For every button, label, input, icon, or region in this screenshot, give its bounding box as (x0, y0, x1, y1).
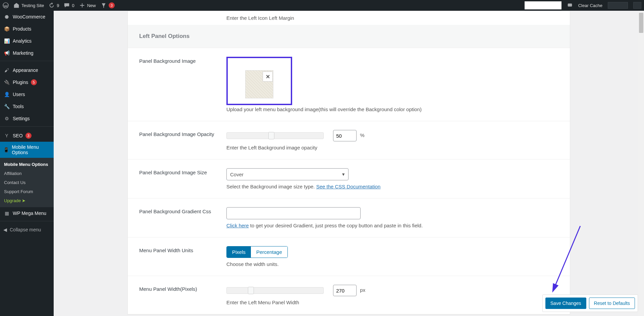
clear-cache-link[interactable]: Clear Cache (578, 3, 602, 8)
marketing-icon: 📢 (3, 50, 10, 56)
sidebar-item-tools[interactable]: 🔧Tools (0, 100, 54, 112)
submenu-upgrade[interactable]: Upgrade ➤ (0, 196, 54, 205)
footer-actions: Save Changes Reset to Defaults (542, 295, 638, 312)
field-panel-bg-size: Panel Background Image Size Cover ▾ Sele… (128, 160, 570, 198)
opacity-input[interactable] (333, 130, 357, 141)
left-icon-help: Enter the Left Icon Left Margin (226, 15, 558, 21)
admin-bar-box-2 (633, 2, 641, 9)
label-width: Menu Panel Width(Pixels) (139, 285, 226, 305)
submenu-affiliation[interactable]: Affiliation (0, 169, 54, 178)
opacity-slider-handle[interactable] (268, 132, 274, 139)
help-width-units: Choose the width units. (226, 261, 558, 267)
sidebar-item-wp-mega-menu[interactable]: ▦WP Mega Menu (0, 207, 54, 219)
users-icon: 👤 (3, 91, 10, 98)
submenu-support[interactable]: Support Forum (0, 187, 54, 196)
section-left-panel-options: Left Panel Options (128, 25, 570, 48)
width-units-percentage[interactable]: Percentage (251, 246, 287, 258)
comments-link[interactable]: 0 (64, 2, 74, 8)
chevron-down-icon: ▾ (342, 171, 345, 177)
field-width-units: Menu Panel Width Units Pixels Percentage… (128, 237, 570, 276)
seo-count: 3 (25, 133, 32, 139)
settings-icon: ⚙ (3, 115, 10, 122)
save-button[interactable]: Save Changes (545, 298, 586, 309)
help-bg-image: Upload your left menu background image(t… (226, 106, 558, 112)
sidebar-item-plugins[interactable]: 🔌Plugins5 (0, 76, 54, 88)
opacity-slider[interactable] (226, 132, 324, 139)
field-panel-bg-image: Panel Background Image ✕ Upload your lef… (128, 48, 570, 121)
scrollbar-thumb[interactable] (639, 13, 643, 33)
content-area: Enter the Left Icon Left Margin Left Pan… (54, 11, 644, 316)
gradient-input[interactable] (226, 207, 361, 219)
comments-count: 0 (72, 3, 74, 8)
new-label: New (87, 3, 96, 8)
updates-link[interactable]: 9 (49, 2, 59, 8)
size-select[interactable]: Cover ▾ (226, 168, 348, 180)
plugins-icon: 🔌 (3, 79, 10, 86)
seo-icon: Y (3, 132, 10, 139)
sidebar-item-users[interactable]: 👤Users (0, 88, 54, 100)
field-panel-bg-opacity: Panel Background Image Opacity % Enter t… (128, 121, 570, 160)
notification-badge: 3 (109, 2, 115, 8)
help-width: Enter the Left Menu Panel Width (226, 300, 558, 305)
size-selected: Cover (230, 172, 244, 177)
label-bg-image: Panel Background Image (139, 57, 226, 112)
submenu-options[interactable]: Mobile Menu Options (0, 160, 54, 169)
tools-icon: 🔧 (3, 103, 10, 110)
width-slider-handle[interactable] (248, 287, 254, 294)
woocommerce-icon: ⬣ (3, 13, 10, 20)
sidebar-item-analytics[interactable]: 📊Analytics (0, 35, 54, 47)
sidebar-item-products[interactable]: 📦Products (0, 23, 54, 35)
admin-bar: Testing Site 9 0 New 3 Clear Cache (0, 0, 644, 11)
mobile-icon: 📱 (3, 146, 9, 153)
label-size: Panel Background Image Size (139, 168, 226, 189)
sidebar-item-settings[interactable]: ⚙Settings (0, 112, 54, 125)
appearance-icon: 🖌 (3, 67, 10, 74)
width-units-toggle: Pixels Percentage (226, 246, 288, 258)
site-name: Testing Site (21, 3, 44, 8)
field-panel-width: Menu Panel Width(Pixels) px Enter the Le… (128, 276, 570, 314)
sidebar-item-mobile-menu[interactable]: 📱Mobile Menu Options (0, 142, 54, 158)
help-gradient: Click here to get your desired Gradient,… (226, 223, 558, 228)
admin-bar-box-1 (608, 2, 628, 9)
field-left-icon-margin-tail: Enter the Left Icon Left Margin (128, 11, 570, 25)
sidebar-item-appearance[interactable]: 🖌Appearance (0, 64, 54, 76)
analytics-icon: 📊 (3, 38, 10, 44)
collapse-menu[interactable]: ◀Collapse menu (0, 224, 54, 235)
label-gradient: Panel Background Gradient Css (139, 207, 226, 228)
collapse-icon: ◀ (3, 227, 7, 232)
sidebar-item-seo[interactable]: YSEO3 (0, 130, 54, 142)
bg-image-upload[interactable]: ✕ (226, 57, 292, 105)
sidebar-separator (0, 221, 54, 223)
new-link[interactable]: New (79, 2, 96, 8)
mega-menu-icon: ▦ (3, 210, 10, 217)
vertical-scrollbar[interactable] (638, 11, 644, 316)
sidebar-separator (0, 126, 54, 128)
site-link[interactable]: Testing Site (13, 2, 44, 8)
help-opacity: Enter the Left Background image opacity (226, 145, 558, 150)
yoast-link[interactable]: 3 (101, 2, 115, 8)
wp-logo[interactable] (3, 2, 9, 8)
bg-image-remove[interactable]: ✕ (263, 72, 273, 82)
width-slider[interactable] (226, 287, 324, 294)
options-panel: Enter the Left Icon Left Margin Left Pan… (127, 11, 570, 315)
reset-button[interactable]: Reset to Defaults (589, 298, 635, 309)
submenu-contact[interactable]: Contact Us (0, 178, 54, 187)
label-width-units: Menu Panel Width Units (139, 246, 226, 267)
sidebar-separator (0, 61, 54, 62)
field-panel-bg-gradient: Panel Background Gradient Css Click here… (128, 198, 570, 237)
width-units-pixels[interactable]: Pixels (227, 246, 251, 258)
label-opacity: Panel Background Image Opacity (139, 130, 226, 150)
products-icon: 📦 (3, 26, 10, 32)
svg-rect-1 (568, 4, 572, 7)
width-input[interactable] (333, 285, 357, 296)
admin-bar-search-box[interactable] (525, 1, 561, 9)
speech-icon[interactable] (567, 2, 573, 8)
help-size: Select the Background image size type. S… (226, 184, 558, 189)
size-doc-link[interactable]: See the CSS Documentation (316, 184, 381, 189)
gradient-link[interactable]: Click here (226, 223, 249, 228)
sidebar-item-woocommerce[interactable]: ⬣WooCommerce (0, 11, 54, 23)
admin-sidebar: ⬣WooCommerce 📦Products 📊Analytics 📢Marke… (0, 11, 54, 316)
plugins-count: 5 (31, 79, 37, 85)
sidebar-item-marketing[interactable]: 📢Marketing (0, 47, 54, 59)
sidebar-submenu: Mobile Menu Options Affiliation Contact … (0, 158, 54, 207)
